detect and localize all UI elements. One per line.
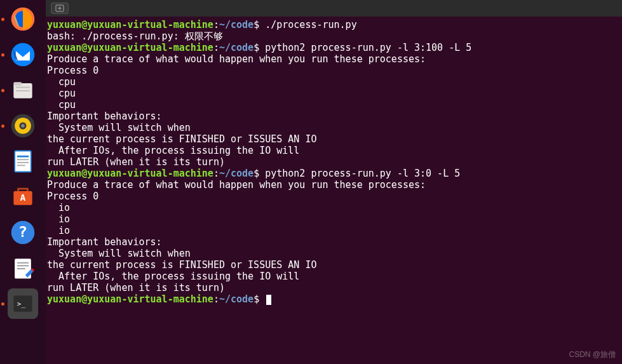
command-text bbox=[259, 293, 265, 305]
terminal-output-line: Important behaviors: bbox=[47, 111, 621, 122]
prompt-colon: : bbox=[213, 42, 219, 53]
prompt-dollar: $ bbox=[254, 19, 259, 30]
prompt-dollar: $ bbox=[254, 168, 259, 179]
terminal-prompt-line: yuxuan@yuxuan-virtual-machine:~/code$ py… bbox=[47, 168, 621, 179]
terminal-output-line: System will switch when bbox=[47, 248, 621, 259]
terminal-output-line: Process 0 bbox=[47, 65, 621, 76]
terminal-output-line: cpu bbox=[47, 88, 621, 99]
svg-rect-23 bbox=[17, 265, 29, 266]
svg-rect-5 bbox=[16, 87, 30, 88]
terminal-output-line: the current process is FINISHED or ISSUE… bbox=[47, 259, 621, 271]
terminal-output-line: Produce a trace of what would happen whe… bbox=[47, 53, 621, 65]
terminal-output-line: io bbox=[47, 225, 621, 236]
terminal-output-line: Process 0 bbox=[47, 191, 621, 202]
svg-text:A: A bbox=[20, 192, 26, 203]
text-editor-icon[interactable] bbox=[8, 253, 38, 283]
terminal-output-line: After IOs, the process issuing the IO wi… bbox=[47, 271, 621, 282]
command-text: ./process-run.py bbox=[259, 19, 357, 30]
prompt-user-host: yuxuan@yuxuan-virtual-machine bbox=[47, 42, 213, 53]
svg-rect-16 bbox=[17, 165, 25, 166]
terminal-content[interactable]: yuxuan@yuxuan-virtual-machine:~/code$ ./… bbox=[46, 17, 622, 364]
terminal-output-line: bash: ./process-run.py: 权限不够 bbox=[47, 30, 621, 42]
svg-rect-4 bbox=[13, 82, 22, 86]
rhythmbox-icon[interactable] bbox=[8, 111, 38, 141]
terminal-output-line: cpu bbox=[47, 99, 621, 111]
terminal-prompt-line: yuxuan@yuxuan-virtual-machine:~/code$ py… bbox=[47, 42, 621, 53]
terminal-icon[interactable]: >_ bbox=[8, 288, 38, 319]
prompt-colon: : bbox=[213, 19, 219, 30]
ubuntu-software-icon[interactable]: A bbox=[8, 182, 38, 212]
prompt-path: ~/code bbox=[219, 42, 254, 53]
prompt-path: ~/code bbox=[219, 19, 254, 30]
terminal-output-line: io bbox=[47, 213, 621, 225]
terminal-output-line: run LATER (when it is its turn) bbox=[47, 282, 621, 293]
help-icon[interactable]: ? bbox=[8, 217, 38, 248]
svg-rect-14 bbox=[17, 159, 29, 160]
svg-point-10 bbox=[21, 124, 25, 128]
files-icon[interactable] bbox=[8, 75, 38, 105]
prompt-user-host: yuxuan@yuxuan-virtual-machine bbox=[47, 19, 213, 30]
watermark: CSDN @旅僧 bbox=[569, 349, 616, 360]
command-text: python2 process-run.py -l 3:0 -L 5 bbox=[259, 168, 460, 179]
prompt-path: ~/code bbox=[219, 293, 254, 305]
terminal-output-line: cpu bbox=[47, 76, 621, 88]
terminal-prompt-line: yuxuan@yuxuan-virtual-machine:~/code$ ./… bbox=[47, 19, 621, 30]
svg-rect-13 bbox=[17, 156, 29, 158]
terminal-prompt-line: yuxuan@yuxuan-virtual-machine:~/code$ bbox=[47, 293, 621, 305]
prompt-path: ~/code bbox=[219, 168, 254, 179]
svg-rect-22 bbox=[17, 262, 29, 264]
prompt-colon: : bbox=[213, 293, 219, 305]
svg-rect-24 bbox=[17, 268, 25, 269]
terminal-window: yuxuan@yuxuan-virtual-machine:~/code$ ./… bbox=[46, 0, 622, 364]
command-text: python2 process-run.py -l 3:100 -L 5 bbox=[259, 42, 471, 53]
prompt-dollar: $ bbox=[254, 293, 259, 305]
tab-bar bbox=[46, 0, 622, 17]
terminal-output-line: run LATER (when it is its turn) bbox=[47, 156, 621, 168]
terminal-output-line: System will switch when bbox=[47, 122, 621, 133]
cursor bbox=[266, 295, 271, 305]
libreoffice-writer-icon[interactable] bbox=[8, 146, 38, 177]
prompt-user-host: yuxuan@yuxuan-virtual-machine bbox=[47, 168, 213, 179]
svg-text:?: ? bbox=[18, 223, 27, 241]
firefox-icon[interactable] bbox=[8, 4, 38, 34]
terminal-output-line: After IOs, the process issuing the IO wi… bbox=[47, 145, 621, 156]
dock: A ? >_ bbox=[0, 0, 46, 364]
new-tab-button[interactable] bbox=[51, 3, 69, 14]
terminal-output-line: Important behaviors: bbox=[47, 236, 621, 248]
terminal-output-line: the current process is FINISHED or ISSUE… bbox=[47, 133, 621, 145]
prompt-colon: : bbox=[213, 168, 219, 179]
thunderbird-icon[interactable] bbox=[8, 39, 38, 70]
svg-rect-15 bbox=[17, 162, 29, 163]
terminal-output-line: io bbox=[47, 202, 621, 213]
svg-rect-11 bbox=[15, 151, 31, 172]
svg-rect-6 bbox=[16, 90, 30, 91]
prompt-dollar: $ bbox=[254, 42, 259, 53]
terminal-output-line: Produce a trace of what would happen whe… bbox=[47, 179, 621, 191]
svg-text:>_: >_ bbox=[17, 300, 26, 308]
prompt-user-host: yuxuan@yuxuan-virtual-machine bbox=[47, 293, 213, 305]
